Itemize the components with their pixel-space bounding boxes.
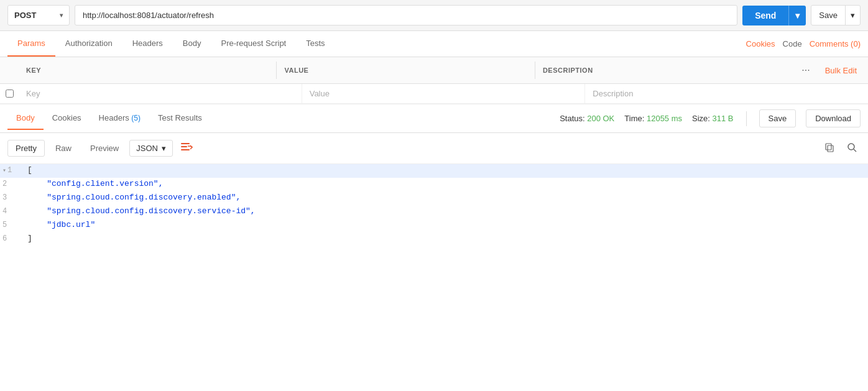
time-label: Time: 12055 ms [624,114,682,123]
method-label: POST [14,11,36,20]
send-dropdown-icon[interactable]: ▾ [788,6,806,25]
json-label: JSON [136,144,158,153]
status-bar: Status: 200 OK Time: 12055 ms Size: 311 … [560,109,861,127]
svg-rect-1 [181,146,187,147]
key-input[interactable] [26,89,294,98]
comments-link[interactable]: Comments (0) [810,39,861,48]
code-line-1: ▾ 1 [ [0,164,868,178]
wrap-button[interactable] [175,138,198,159]
copy-button[interactable] [821,140,838,157]
status-label: Status: 200 OK [560,114,614,123]
code-content-1: [ [25,164,35,176]
code-content-3: "spring.cloud.config.discovery.enabled", [25,191,243,203]
code-content-2: "config.client.version", [25,178,165,190]
code-content-6: ] [25,232,35,244]
code-line-5: 5 "jdbc.url" [0,219,868,232]
tab-params[interactable]: Params [7,31,55,57]
line-toggle-1[interactable]: ▾ [2,167,6,174]
line-number-1: ▾ 1 [0,165,25,176]
send-button[interactable]: Send ▾ [742,6,806,25]
value-cell [302,84,586,103]
line-number-5: 5 [0,219,25,231]
response-download-button[interactable]: Download [806,109,861,127]
search-button[interactable] [843,140,861,157]
resp-tab-body[interactable]: Body [7,107,44,130]
url-input[interactable] [75,5,737,25]
code-line-4: 4 "spring.cloud.config.discovery.service… [0,205,868,219]
json-format-select[interactable]: JSON ▾ [129,140,173,157]
method-chevron-icon: ▾ [60,12,63,19]
more-options-button[interactable]: ··· [796,62,815,78]
tab-tests[interactable]: Tests [296,31,335,57]
params-empty-row [0,84,868,104]
headers-badge: (5) [131,114,141,122]
bulk-edit-button[interactable]: Bulk Edit [818,66,864,75]
time-value: 12055 ms [647,114,682,123]
method-select[interactable]: POST ▾ [7,5,70,25]
save-dropdown-icon[interactable]: ▾ [845,6,860,25]
svg-line-6 [854,149,856,152]
code-line-2: 2 "config.client.version", [0,178,868,191]
response-bar: Body Cookies Headers (5) Test Results St… [0,104,868,133]
raw-button[interactable]: Raw [47,140,80,157]
size-label: Size: 311 B [692,114,734,123]
svg-rect-0 [181,143,190,144]
send-label: Send [742,6,788,25]
pretty-button[interactable]: Pretty [7,140,45,157]
params-section: KEY VALUE DESCRIPTION ··· Bulk Edit [0,57,868,104]
size-value: 311 B [713,114,734,123]
svg-rect-3 [828,145,833,152]
line-number-4: 4 [0,206,25,217]
tab-headers[interactable]: Headers [122,31,173,57]
params-header-row: KEY VALUE DESCRIPTION ··· Bulk Edit [0,57,868,84]
description-input[interactable] [593,89,861,98]
svg-point-5 [848,144,854,150]
status-value: 200 OK [587,114,614,123]
save-top-button[interactable]: Save ▾ [811,5,861,25]
tab-pre-request-script[interactable]: Pre-request Script [211,31,296,57]
code-content-4: "spring.cloud.config.discovery.service-i… [25,205,258,217]
svg-rect-2 [181,149,190,150]
row-checkbox [0,85,19,103]
line-number-2: 2 [0,178,25,190]
resp-tab-test-results[interactable]: Test Results [149,107,211,130]
tab-right-actions: Cookies Code Comments (0) [746,39,861,48]
json-chevron-icon: ▾ [162,144,166,153]
svg-rect-4 [826,144,831,150]
tab-body[interactable]: Body [173,31,211,57]
format-right-actions [821,140,861,157]
code-link[interactable]: Code [783,39,802,48]
row-checkbox-input[interactable] [6,90,14,98]
description-cell [585,84,868,103]
main-content: Params Authorization Headers Body Pre-re… [0,31,868,385]
tab-authorization[interactable]: Authorization [55,31,122,57]
response-section: Body Cookies Headers (5) Test Results St… [0,104,868,385]
request-tab-bar: Params Authorization Headers Body Pre-re… [0,31,868,57]
format-bar: Pretty Raw Preview JSON ▾ [0,133,868,164]
top-bar: POST ▾ Send ▾ Save ▾ [0,0,868,31]
value-header: VALUE [277,62,535,79]
value-input[interactable] [310,89,578,98]
resp-tab-cookies[interactable]: Cookies [44,107,90,130]
response-save-button[interactable]: Save [759,109,796,127]
code-area: ▾ 1 [ 2 "config.client.version", 3 "spri… [0,164,868,385]
description-header: DESCRIPTION [535,62,793,79]
key-cell [19,84,302,103]
code-line-3: 3 "spring.cloud.config.discovery.enabled… [0,191,868,205]
resp-tab-headers[interactable]: Headers (5) [90,107,149,130]
code-line-6: 6 ] [0,232,868,246]
code-content-5: "jdbc.url" [25,219,98,231]
key-header: KEY [19,62,277,79]
line-number-6: 6 [0,233,25,244]
save-label: Save [811,6,845,25]
preview-button[interactable]: Preview [82,140,127,157]
line-number-3: 3 [0,192,25,203]
cookies-link[interactable]: Cookies [746,39,775,48]
